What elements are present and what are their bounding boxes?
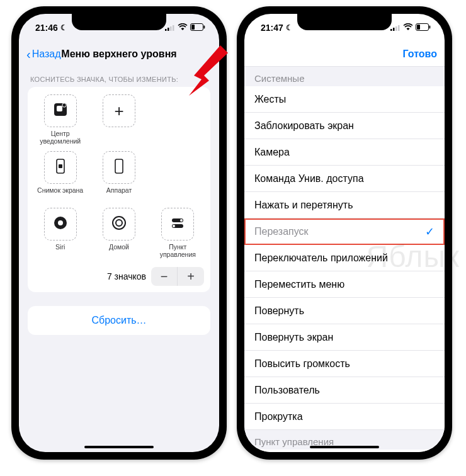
svg-rect-1 <box>168 28 169 31</box>
svg-rect-5 <box>191 25 195 30</box>
list-item[interactable]: Прокрутка <box>244 404 445 430</box>
nav-bar: Готово <box>244 42 445 67</box>
svg-point-20 <box>173 225 175 227</box>
svg-point-18 <box>180 219 183 222</box>
list-item-label: Камера <box>254 147 290 158</box>
cell-label: Пункт управления <box>152 243 204 258</box>
svg-point-16 <box>116 220 122 226</box>
cell-label: Аппарат <box>106 186 132 201</box>
svg-rect-8 <box>57 106 62 111</box>
list-item[interactable]: Камера <box>244 139 445 166</box>
list-item-label: Переместить меню <box>254 279 344 290</box>
list-item-label: Жесты <box>254 94 286 105</box>
list-item[interactable]: Повернуть экран <box>244 324 445 351</box>
list-item[interactable]: Пользователь <box>244 377 445 404</box>
icons-card: Центр уведомлений + <box>28 87 210 292</box>
svg-rect-23 <box>393 28 395 31</box>
svg-rect-2 <box>170 26 172 31</box>
wifi-icon <box>403 23 413 33</box>
svg-rect-25 <box>398 25 400 31</box>
wifi-icon <box>178 23 188 33</box>
list-item[interactable]: Разведение пальцев <box>244 450 445 452</box>
svg-rect-11 <box>59 164 62 168</box>
stepper-minus-button[interactable]: − <box>151 267 178 286</box>
back-button[interactable]: ‹ Назад <box>26 48 61 60</box>
grid-cell-notification-center[interactable]: Центр уведомлений <box>34 94 86 145</box>
nav-bar: ‹ Назад Меню верхнего уровня <box>19 42 219 67</box>
reset-button[interactable]: Сбросить… <box>28 306 210 335</box>
cell-label: Центр уведомлений <box>34 130 86 145</box>
battery-icon <box>190 23 205 33</box>
status-time: 21:46 <box>35 23 58 33</box>
count-row: 7 значков − + <box>34 267 204 286</box>
list-item[interactable]: Повысить громкость <box>244 351 445 377</box>
notch <box>297 14 392 30</box>
list-item[interactable]: Переместить меню <box>244 271 445 298</box>
list-item-label: Перезапуск <box>254 226 309 237</box>
back-label: Назад <box>32 48 61 60</box>
list-item-label: Переключатель приложений <box>254 252 388 264</box>
grid-cell-empty <box>152 94 204 145</box>
grid-cell-home[interactable]: Домой <box>93 208 145 258</box>
done-button[interactable]: Готово <box>403 48 437 60</box>
grid-cell-siri[interactable]: Siri <box>34 208 86 258</box>
svg-rect-24 <box>395 26 397 31</box>
grid-cell-screenshot[interactable]: Снимок экрана <box>34 151 86 201</box>
reset-label: Сбросить… <box>91 315 146 326</box>
cell-label: Домой <box>109 243 129 258</box>
control-center-icon <box>168 213 187 235</box>
battery-icon <box>416 23 431 33</box>
phone-left: 21:46 ☾ ‹ Наза <box>11 6 227 460</box>
list-item[interactable]: Жесты <box>244 86 445 113</box>
svg-rect-0 <box>165 29 167 31</box>
list-item-label: Пользователь <box>254 385 320 396</box>
phone-right: 21:47 ☾ Готово <box>237 6 452 460</box>
list-item-label: Повернуть <box>254 305 304 317</box>
chevron-left-icon: ‹ <box>26 48 31 60</box>
cellular-icon <box>390 23 401 33</box>
home-indicator <box>84 446 154 448</box>
cellular-icon <box>165 23 175 33</box>
svg-point-14 <box>58 220 63 225</box>
stepper-plus-button[interactable]: + <box>178 267 204 286</box>
moon-icon: ☾ <box>286 23 293 32</box>
screen-left: 21:46 ☾ ‹ Наза <box>19 14 219 452</box>
screenshot-icon <box>51 157 70 178</box>
list-item-label: Повысить громкость <box>254 358 350 370</box>
screen-right: 21:47 ☾ Готово <box>244 14 445 452</box>
svg-rect-22 <box>390 29 392 31</box>
list-control-center: Разведение пальцевРазвести пальцы и пове… <box>244 450 445 452</box>
home-icon <box>110 213 128 235</box>
cell-label: Снимок экрана <box>37 186 83 201</box>
svg-point-15 <box>113 217 125 229</box>
list-item-label: Команда Унив. доступа <box>254 173 364 184</box>
count-stepper: − + <box>151 267 204 286</box>
section-header-system: Системные <box>244 67 445 86</box>
list-item[interactable]: Перезапуск✓ <box>244 218 445 245</box>
section-hint: КОСНИТЕСЬ ЗНАЧКА, ЧТОБЫ ИЗМЕНИТЬ: <box>30 76 208 83</box>
list-item[interactable]: Переключатель приложений <box>244 245 445 271</box>
list-item-label: Прокрутка <box>254 411 303 422</box>
count-label: 7 значков <box>107 271 146 281</box>
svg-rect-27 <box>417 25 420 30</box>
list-item[interactable]: Нажать и перетянуть <box>244 192 445 218</box>
list-item[interactable]: Заблокировать экран <box>244 113 445 139</box>
device-icon <box>110 157 128 178</box>
svg-rect-3 <box>173 25 174 31</box>
home-indicator <box>310 446 379 448</box>
grid-cell-control-center[interactable]: Пункт управления <box>152 208 204 258</box>
list-item[interactable]: Повернуть <box>244 298 445 324</box>
cell-label: Siri <box>55 243 65 258</box>
svg-point-9 <box>62 103 65 107</box>
icons-grid: Центр уведомлений + <box>34 94 204 258</box>
grid-cell-empty <box>152 151 204 201</box>
grid-cell-add[interactable]: + <box>93 94 145 145</box>
list-item[interactable]: Команда Унив. доступа <box>244 166 445 192</box>
notification-center-icon <box>51 100 70 122</box>
plus-icon: + <box>114 101 123 121</box>
list-system: ЖестыЗаблокировать экранКамераКоманда Ун… <box>244 86 445 430</box>
siri-icon <box>51 213 70 235</box>
notch <box>72 14 166 30</box>
list-item-label: Повернуть экран <box>254 332 333 343</box>
grid-cell-device[interactable]: Аппарат <box>93 151 145 201</box>
